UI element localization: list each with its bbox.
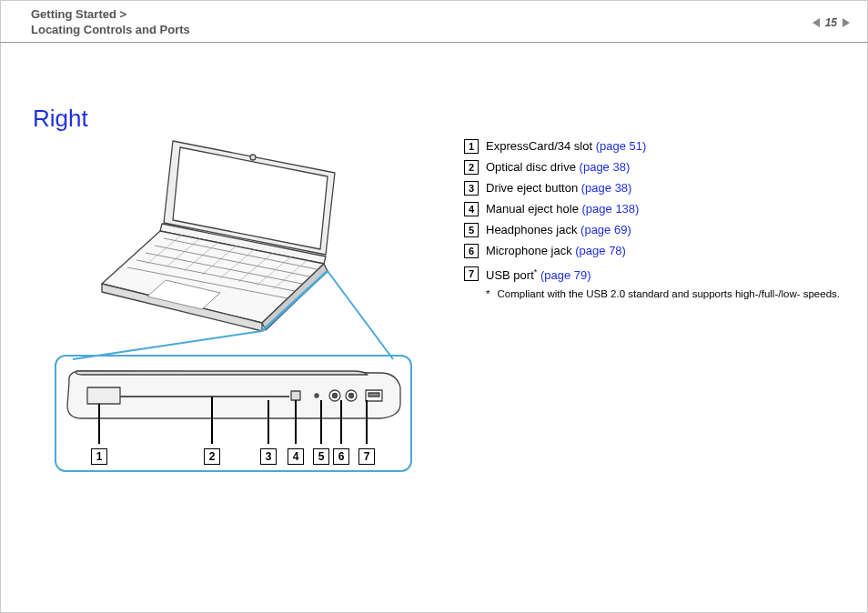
legend-number: 2: [464, 160, 479, 175]
svg-rect-24: [87, 387, 120, 404]
legend-item: 6 Microphone jack (page 78): [464, 243, 846, 259]
page-ref-link[interactable]: (page 78): [575, 244, 626, 257]
section-title: Right: [33, 105, 88, 133]
svg-point-26: [315, 394, 318, 397]
side-profile-illustration: [62, 364, 404, 427]
legend-list: 1 ExpressCard/34 slot (page 51) 2 Optica…: [464, 138, 846, 299]
svg-point-28: [333, 394, 338, 398]
legend-number: 4: [464, 202, 479, 216]
pointer-line: [295, 400, 297, 444]
legend-text: Optical disc drive (page 38): [486, 159, 630, 176]
page-ref-link[interactable]: (page 51): [596, 139, 647, 153]
legend-label: USB port: [486, 268, 534, 282]
page-number: 15: [825, 16, 837, 29]
legend-label: Manual eject hole: [486, 202, 582, 216]
legend-text: Drive eject button (page 38): [486, 180, 631, 196]
legend-item: 5 Headphones jack (page 69): [464, 222, 846, 238]
breadcrumb: Getting Started > Locating Controls and …: [31, 6, 190, 37]
legend-item: 4 Manual eject hole (page 138): [464, 201, 846, 217]
legend-label: Optical disc drive: [486, 160, 580, 174]
breadcrumb-line2: Locating Controls and Ports: [31, 22, 190, 37]
footnote-mark: *: [486, 288, 490, 299]
legend-item: 1 ExpressCard/34 slot (page 51): [464, 138, 846, 155]
callout-number: 6: [333, 448, 349, 465]
legend-sup: *: [534, 267, 538, 276]
next-page-icon[interactable]: [843, 18, 850, 27]
callout-number: 4: [288, 448, 304, 465]
svg-point-6: [250, 155, 256, 160]
legend-number: 6: [464, 244, 479, 258]
footnote: *Compliant with the USB 2.0 standard and…: [486, 288, 846, 299]
svg-point-30: [349, 394, 354, 398]
callout-number: 3: [260, 448, 277, 465]
illustration-area: 1 2 3 4 5 6 7: [55, 136, 414, 491]
callout-box: 1 2 3 4 5 6 7: [55, 355, 412, 472]
legend-text: USB port* (page 79): [486, 264, 591, 284]
legend-label: ExpressCard/34 slot: [486, 139, 596, 153]
pointer-line: [98, 404, 100, 444]
callout-number: 2: [204, 448, 220, 465]
callout-number: 5: [313, 448, 329, 465]
legend-label: Drive eject button: [486, 181, 581, 195]
legend-item: 7 USB port* (page 79): [464, 264, 846, 284]
prev-page-icon[interactable]: [812, 18, 820, 27]
pointer-line: [211, 397, 213, 444]
legend-item: 3 Drive eject button (page 38): [464, 180, 846, 196]
legend-text: Microphone jack (page 78): [486, 243, 626, 259]
page-ref-link[interactable]: (page 38): [580, 160, 631, 174]
legend-number: 7: [464, 266, 479, 281]
legend-item: 2 Optical disc drive (page 38): [464, 159, 846, 176]
legend-number: 5: [464, 223, 479, 237]
legend-text: Manual eject hole (page 138): [486, 201, 639, 217]
laptop-illustration: [100, 136, 364, 337]
legend-number: 1: [464, 139, 479, 154]
pointer-line: [320, 400, 322, 444]
page-ref-link[interactable]: (page 79): [540, 268, 591, 282]
legend-label: Microphone jack: [486, 244, 575, 257]
page-ref-link[interactable]: (page 69): [580, 223, 631, 236]
page-ref-link[interactable]: (page 38): [581, 181, 632, 195]
legend-number: 3: [464, 181, 479, 196]
legend-label: Headphones jack: [486, 223, 580, 236]
callout-number: 1: [91, 448, 107, 465]
callout-number-row: 1 2 3 4 5 6 7: [56, 447, 410, 465]
pointer-line: [340, 400, 342, 444]
page-header: Getting Started > Locating Controls and …: [0, 0, 868, 43]
pointer-line: [366, 400, 368, 444]
pointer-line: [267, 400, 269, 444]
callout-number: 7: [358, 448, 375, 465]
svg-rect-25: [291, 391, 300, 400]
svg-rect-32: [368, 393, 379, 397]
legend-text: ExpressCard/34 slot (page 51): [486, 138, 646, 155]
breadcrumb-line1: Getting Started >: [31, 6, 190, 22]
footnote-text: Compliant with the USB 2.0 standard and …: [497, 288, 840, 299]
page-nav: 15: [812, 16, 850, 29]
page-ref-link[interactable]: (page 138): [582, 202, 640, 216]
legend-text: Headphones jack (page 69): [486, 222, 631, 238]
